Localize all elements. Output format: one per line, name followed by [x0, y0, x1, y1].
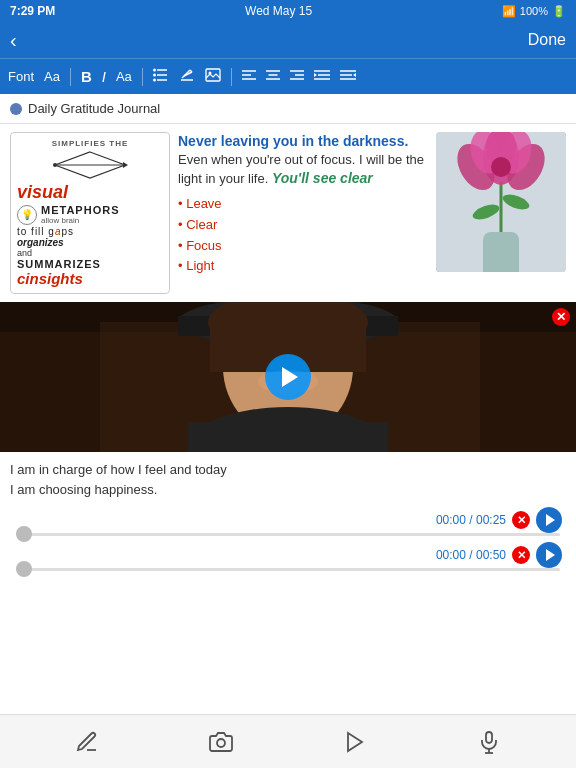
- play-triangle-icon: [282, 367, 298, 387]
- sketch-diagram: [17, 150, 163, 180]
- sketch-summarizes: SUMMARIZES: [17, 258, 163, 270]
- mic-button[interactable]: [469, 722, 509, 762]
- align-left-icon[interactable]: [242, 69, 256, 84]
- bullet-item-2: Clear: [178, 215, 428, 236]
- status-right: 📶 100% 🔋: [502, 5, 566, 18]
- bottom-toolbar: [0, 714, 576, 768]
- aa-small-button[interactable]: Aa: [44, 69, 60, 84]
- svg-point-44: [491, 157, 511, 177]
- italic-text: You'll see clear: [272, 170, 373, 186]
- text-block: Never leaving you in the darkness. Even …: [178, 132, 428, 277]
- sketch-block: SIMPLIFIES THE visual 💡 METAPHORS allow …: [10, 132, 170, 294]
- indent-right-icon[interactable]: [340, 69, 356, 84]
- bullet-item-3: Focus: [178, 236, 428, 257]
- sketch-and: and: [17, 248, 163, 258]
- highlight-icon[interactable]: [179, 68, 195, 85]
- headline-text: Never leaving you in the darkness. Even …: [178, 132, 428, 188]
- battery-icon: 🔋: [552, 5, 566, 18]
- audio-1-thumb[interactable]: [16, 526, 32, 542]
- audio-2-play-button[interactable]: [536, 542, 562, 568]
- dot-icon: [10, 103, 22, 115]
- svg-point-56: [217, 739, 225, 747]
- status-bar: 7:29 PM Wed May 15 📶 100% 🔋: [0, 0, 576, 22]
- svg-rect-55: [188, 422, 388, 452]
- video-close-button[interactable]: ✕: [552, 308, 570, 326]
- journal-title-row: Daily Gratitude Journal: [0, 94, 576, 124]
- toolbar-separator-1: [70, 68, 71, 86]
- sketch-title-line1: SIMPLIFIES THE: [17, 139, 163, 148]
- image-icon[interactable]: [205, 68, 221, 85]
- right-col: Never leaving you in the darkness. Even …: [178, 132, 566, 294]
- svg-marker-31: [123, 162, 128, 168]
- svg-rect-11: [206, 69, 220, 81]
- toolbar-separator-2: [142, 68, 143, 86]
- italic-button[interactable]: I: [102, 68, 106, 85]
- sketch-ps: ps: [61, 226, 74, 237]
- sketch-metaphors: METAPHORS: [41, 204, 119, 216]
- back-button[interactable]: ‹: [10, 29, 17, 52]
- audio-1-time: 00:00 / 00:25: [436, 513, 506, 527]
- toolbar-separator-3: [231, 68, 232, 86]
- svg-line-8: [182, 76, 184, 78]
- pen-button[interactable]: [67, 722, 107, 762]
- align-right-icon[interactable]: [290, 69, 304, 84]
- aa-large-button[interactable]: Aa: [116, 69, 132, 84]
- font-button[interactable]: Font: [8, 69, 34, 84]
- sketch-cinsights: cinsights: [17, 270, 163, 287]
- flower-image: [436, 132, 566, 272]
- bold-button[interactable]: B: [81, 68, 92, 85]
- audio-2-time: 00:00 / 00:50: [436, 548, 506, 562]
- audio-1-controls-row: 00:00 / 00:25 ✕: [8, 507, 568, 533]
- video-block: ✕: [0, 302, 576, 452]
- audio-1-track-row[interactable]: [8, 533, 568, 536]
- sketch-tofill: to fill g: [17, 226, 55, 237]
- status-time: 7:29 PM: [10, 4, 55, 18]
- text-section: I am in charge of how I feel and today I…: [0, 452, 576, 503]
- svg-point-5: [153, 79, 156, 82]
- svg-marker-57: [348, 733, 362, 751]
- text-and-image: Never leaving you in the darkness. Even …: [178, 132, 566, 277]
- sketch-sub: allow brain: [41, 216, 119, 225]
- done-button[interactable]: Done: [528, 31, 566, 49]
- text-line-1: I am in charge of how I feel and today: [10, 460, 566, 480]
- brain-icon: 💡: [17, 205, 37, 225]
- two-col-row: SIMPLIFIES THE visual 💡 METAPHORS allow …: [0, 124, 576, 302]
- svg-rect-58: [486, 732, 492, 743]
- bullet-item-1: Leave: [178, 194, 428, 215]
- formatting-toolbar: Font Aa B I Aa: [0, 58, 576, 94]
- svg-point-30: [53, 163, 57, 167]
- svg-rect-34: [483, 232, 519, 272]
- audio-2-play-icon: [546, 549, 555, 561]
- audio-1-play-icon: [546, 514, 555, 526]
- camera-button[interactable]: [201, 722, 241, 762]
- audio-player-1: 00:00 / 00:25 ✕: [8, 507, 568, 536]
- audio-2-close-button[interactable]: ✕: [512, 546, 530, 564]
- svg-point-4: [153, 74, 156, 77]
- sketch-gaps-line: to fill gaps: [17, 226, 163, 237]
- audio-2-thumb[interactable]: [16, 561, 32, 577]
- audio-1-close-button[interactable]: ✕: [512, 511, 530, 529]
- sketch-organizes: organizes: [17, 237, 163, 248]
- audio-2-controls-row: 00:00 / 00:50 ✕: [8, 542, 568, 568]
- audio-1-play-button[interactable]: [536, 507, 562, 533]
- headline-main: Never leaving you in the darkness.: [178, 133, 408, 149]
- nav-bar: ‹ Done: [0, 22, 576, 58]
- sketch-word: visual: [17, 182, 163, 203]
- audio-player-2: 00:00 / 00:50 ✕: [8, 542, 568, 571]
- battery-text: 100%: [520, 5, 548, 17]
- video-button[interactable]: [335, 722, 375, 762]
- bullet-list: Leave Clear Focus Light: [178, 194, 428, 277]
- audio-2-track[interactable]: [16, 568, 560, 571]
- svg-point-3: [153, 69, 156, 72]
- audio-1-track[interactable]: [16, 533, 560, 536]
- bullet-item-4: Light: [178, 256, 428, 277]
- content-area: SIMPLIFIES THE visual 💡 METAPHORS allow …: [0, 124, 576, 577]
- journal-title: Daily Gratitude Journal: [28, 101, 160, 116]
- video-play-button[interactable]: [265, 354, 311, 400]
- indent-left-icon[interactable]: [314, 69, 330, 84]
- audio-2-track-row[interactable]: [8, 568, 568, 571]
- align-center-icon[interactable]: [266, 69, 280, 84]
- list-icon[interactable]: [153, 68, 169, 85]
- text-line-2: I am choosing happiness.: [10, 480, 566, 500]
- status-date: Wed May 15: [245, 4, 312, 18]
